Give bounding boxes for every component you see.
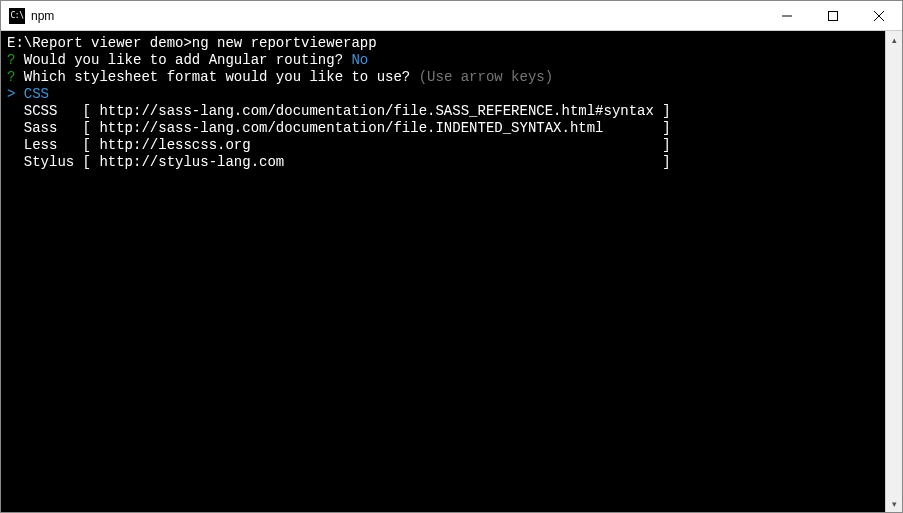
command-text: ng new reportviewerapp xyxy=(192,35,377,51)
prompt-line: E:\Report viewer demo>ng new reportviewe… xyxy=(7,35,879,52)
hint-text: (Use arrow keys) xyxy=(419,69,553,85)
answer-no: No xyxy=(351,52,368,68)
question-routing: ? Would you like to add Angular routing?… xyxy=(7,52,879,69)
minimize-button[interactable] xyxy=(764,1,810,30)
window-titlebar: C:\ npm xyxy=(1,1,902,31)
maximize-button[interactable] xyxy=(810,1,856,30)
app-icon: C:\ xyxy=(9,8,25,24)
question-text: Which stylesheet format would you like t… xyxy=(15,69,418,85)
scroll-down-icon[interactable]: ▾ xyxy=(886,495,902,512)
question-stylesheet: ? Which stylesheet format would you like… xyxy=(7,69,879,86)
question-text: Would you like to add Angular routing? xyxy=(15,52,351,68)
option-stylus[interactable]: Stylus [ http://stylus-lang.com ] xyxy=(7,154,879,171)
window-title: npm xyxy=(31,9,764,23)
option-scss[interactable]: SCSS [ http://sass-lang.com/documentatio… xyxy=(7,103,879,120)
option-sass[interactable]: Sass [ http://sass-lang.com/documentatio… xyxy=(7,120,879,137)
option-label: CSS xyxy=(24,86,49,102)
terminal-output[interactable]: E:\Report viewer demo>ng new reportviewe… xyxy=(1,31,885,512)
option-less[interactable]: Less [ http://lesscss.org ] xyxy=(7,137,879,154)
scroll-up-icon[interactable]: ▴ xyxy=(886,31,902,48)
terminal-container: E:\Report viewer demo>ng new reportviewe… xyxy=(1,31,902,512)
option-css-selected[interactable]: > CSS xyxy=(7,86,879,103)
svg-rect-1 xyxy=(829,11,838,20)
window-buttons xyxy=(764,1,902,30)
vertical-scrollbar[interactable]: ▴ ▾ xyxy=(885,31,902,512)
prompt-path: E:\Report viewer demo> xyxy=(7,35,192,51)
selection-marker-icon: > xyxy=(7,86,24,102)
close-button[interactable] xyxy=(856,1,902,30)
